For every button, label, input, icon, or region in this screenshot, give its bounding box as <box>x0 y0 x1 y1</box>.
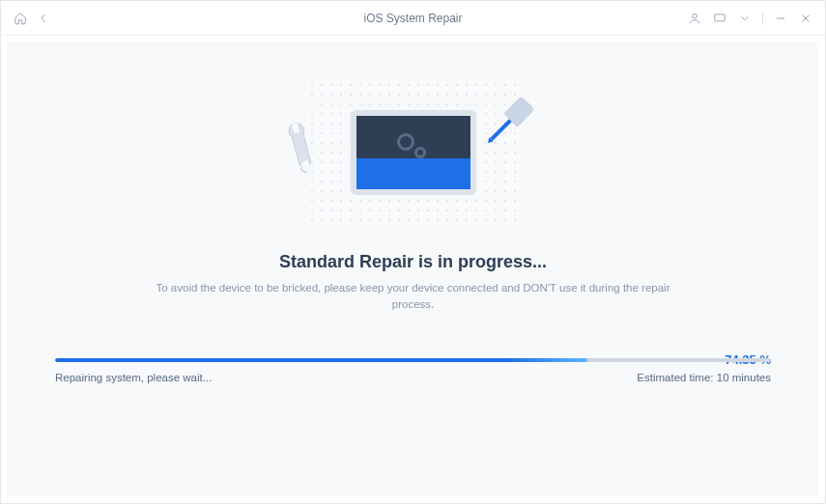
feedback-icon[interactable] <box>712 11 727 26</box>
repair-illustration <box>307 80 520 225</box>
back-icon[interactable] <box>36 11 51 26</box>
svg-point-0 <box>693 14 698 18</box>
progress-status-text: Repairing system, please wait... <box>55 372 212 383</box>
user-icon[interactable] <box>687 11 702 26</box>
wrench-icon <box>278 114 322 178</box>
progress-bar <box>55 358 771 362</box>
home-icon[interactable] <box>13 11 28 26</box>
progress-fill <box>55 358 587 362</box>
device-screen-icon <box>351 110 476 195</box>
chevron-down-icon[interactable] <box>737 11 753 26</box>
main-content: Standard Repair is in progress... To avo… <box>7 42 819 497</box>
app-window: iOS System Repair <box>0 0 826 504</box>
progress-eta-text: Estimated time: 10 minutes <box>637 372 771 383</box>
close-icon[interactable] <box>798 11 813 26</box>
minimize-icon[interactable] <box>773 11 788 26</box>
progress-subtext: To avoid the device to be bricked, pleas… <box>143 280 684 314</box>
progress-section: 74.35 % Repairing system, please wait...… <box>55 358 771 383</box>
progress-heading: Standard Repair is in progress... <box>279 252 547 272</box>
separator <box>762 12 763 25</box>
titlebar: iOS System Repair <box>1 1 825 36</box>
